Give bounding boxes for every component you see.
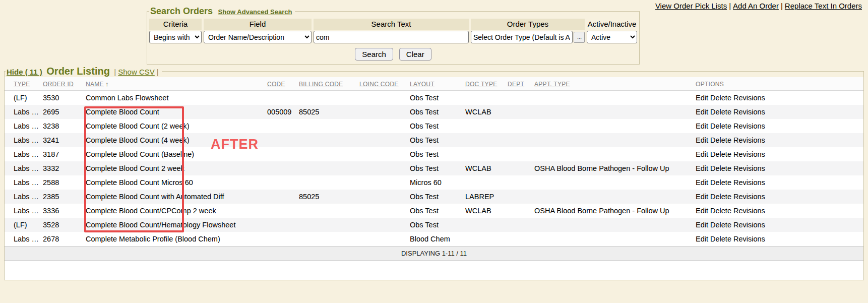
cell-layout: Micros 60 [408,175,463,190]
delete-link[interactable]: Delete [710,193,731,201]
cell-type: Labs (L) [5,161,41,175]
search-panel-legend: Search Orders Show Advanced Search [149,6,295,17]
cell-billing-code [297,161,357,175]
edit-link[interactable]: Edit [696,150,708,158]
edit-link[interactable]: Edit [696,193,708,201]
view-order-pick-lists-link[interactable]: View Order Pick Lists [655,2,727,10]
cell-loinc-code [357,119,408,133]
revisions-link[interactable]: Revisions [733,221,765,229]
order-row: (LF)3528Complete Blood Count/Hematology … [5,218,863,232]
delete-link[interactable]: Delete [710,207,731,215]
hide-listing-link[interactable]: Hide ( 11 ) [7,68,42,76]
delete-link[interactable]: Delete [710,164,731,172]
cell-order-id: 3528 [41,218,84,232]
revisions-link[interactable]: Revisions [733,207,765,215]
column-header-doc-type[interactable]: DOC TYPE [463,77,506,91]
cell-layout: Obs Test [408,133,463,147]
cell-name: Complete Blood Count (2 week) [84,119,265,133]
order-type-browse-button[interactable]: ... [574,32,585,43]
edit-link[interactable]: Edit [696,108,708,116]
cell-order-id: 2588 [41,175,84,190]
column-header-code[interactable]: CODE [265,77,297,91]
cell-appt-type: OSHA Blood Borne Pathogen - Follow Up [532,204,694,218]
cell-options: Edit Delete Revisions [694,147,863,161]
column-header-order-id[interactable]: ORDER ID [41,77,84,91]
column-header-layout[interactable]: LAYOUT [408,77,463,91]
cell-loinc-code [357,105,408,119]
cell-options: Edit Delete Revisions [694,232,863,246]
delete-link[interactable]: Delete [710,136,731,144]
criteria-column-label: Criteria [149,19,202,30]
revisions-link[interactable]: Revisions [733,235,765,243]
cell-doc-type: LABREP [463,190,506,204]
cell-doc-type [463,91,506,105]
order-type-input[interactable] [471,31,573,43]
search-column-headers: Criteria Field Search Text Order Types A… [149,19,637,30]
delete-link[interactable]: Delete [710,122,731,130]
column-header-loinc-code[interactable]: LOINC CODE [357,77,408,91]
cell-order-id: 2695 [41,105,84,119]
cell-type: (LF) [5,218,41,232]
edit-link[interactable]: Edit [696,221,708,229]
show-advanced-search-link[interactable]: Show Advanced Search [218,8,292,16]
edit-link[interactable]: Edit [696,164,708,172]
revisions-link[interactable]: Revisions [733,108,765,116]
cell-appt-type [532,133,694,147]
edit-link[interactable]: Edit [696,136,708,144]
revisions-link[interactable]: Revisions [733,193,765,201]
order-row: (LF)3530Common Labs FlowsheetObs TestEdi… [5,91,863,105]
column-header-name[interactable]: NAME↑ [84,77,265,91]
nav-separator: | [729,2,731,10]
edit-link[interactable]: Edit [696,122,708,130]
delete-link[interactable]: Delete [710,235,731,243]
column-header-dept[interactable]: DEPT [506,77,532,91]
search-button[interactable]: Search [355,48,393,60]
criteria-select[interactable]: Begins with [149,31,202,43]
field-column-label: Field [204,19,312,30]
cell-layout: Obs Test [408,161,463,175]
delete-link[interactable]: Delete [710,150,731,158]
cell-loinc-code [357,232,408,246]
cell-dept [506,119,532,133]
revisions-link[interactable]: Revisions [733,178,765,187]
show-csv-link[interactable]: Show CSV [118,68,155,76]
delete-link[interactable]: Delete [710,221,731,229]
search-text-input[interactable] [314,31,469,43]
active-inactive-select[interactable]: Active [587,31,637,43]
edit-link[interactable]: Edit [696,94,708,102]
cell-options: Edit Delete Revisions [694,133,863,147]
column-header-appt-type[interactable]: APPT. TYPE [532,77,694,91]
search-orders-title: Search Orders [150,6,213,16]
cell-doc-type: WCLAB [463,204,506,218]
cell-layout: Obs Test [408,218,463,232]
column-header-type[interactable]: TYPE [5,77,41,91]
cell-dept [506,190,532,204]
cell-loinc-code [357,190,408,204]
revisions-link[interactable]: Revisions [733,136,765,144]
revisions-link[interactable]: Revisions [733,94,765,102]
field-select[interactable]: Order Name/Description [204,31,312,43]
edit-link[interactable]: Edit [696,235,708,243]
cell-appt-type [532,119,694,133]
add-an-order-link[interactable]: Add An Order [733,2,779,10]
revisions-link[interactable]: Revisions [733,150,765,158]
order-listing-legend: Hide ( 11 ) Order Listing |Show CSV| [6,66,162,77]
cell-code [265,91,297,105]
revisions-link[interactable]: Revisions [733,122,765,130]
cell-loinc-code [357,175,408,190]
delete-link[interactable]: Delete [710,178,731,187]
edit-link[interactable]: Edit [696,207,708,215]
replace-text-in-orders-link[interactable]: Replace Text In Orders [785,2,862,10]
delete-link[interactable]: Delete [710,108,731,116]
cell-options: Edit Delete Revisions [694,175,863,190]
cell-code [265,204,297,218]
delete-link[interactable]: Delete [710,94,731,102]
order-table-body: (LF)3530Common Labs FlowsheetObs TestEdi… [5,91,863,247]
cell-billing-code [297,133,357,147]
column-header-billing-code[interactable]: BILLING CODE [297,77,357,91]
clear-button[interactable]: Clear [399,48,431,60]
revisions-link[interactable]: Revisions [733,164,765,172]
edit-link[interactable]: Edit [696,178,708,187]
order-types-column-label: Order Types [471,19,585,30]
cell-doc-type [463,218,506,232]
